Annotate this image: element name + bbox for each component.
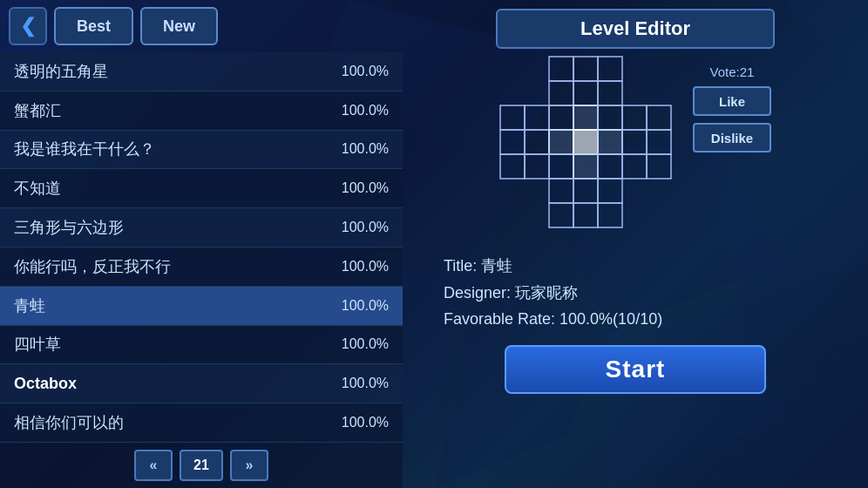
svg-rect-35: [622, 130, 647, 154]
svg-rect-37: [500, 154, 525, 179]
svg-rect-27: [598, 105, 622, 130]
svg-rect-38: [525, 154, 549, 179]
svg-rect-49: [598, 203, 622, 227]
svg-rect-26: [573, 105, 598, 130]
svg-rect-39: [549, 154, 573, 179]
svg-rect-18: [573, 57, 598, 81]
svg-rect-25: [549, 105, 573, 130]
level-name: 蟹都汇: [14, 100, 61, 121]
tab-new[interactable]: New: [140, 7, 218, 45]
svg-rect-31: [525, 130, 549, 154]
svg-rect-44: [549, 179, 573, 203]
list-item[interactable]: 青蛙100.0%: [0, 287, 403, 326]
level-score: 100.0%: [342, 336, 389, 352]
svg-rect-20: [549, 81, 573, 105]
level-score: 100.0%: [342, 259, 389, 274]
level-name: 三角形与六边形: [14, 217, 124, 238]
level-name: 透明的五角星: [14, 61, 108, 82]
next-page-button[interactable]: »: [230, 450, 268, 481]
title-info: Title: 青蛙: [444, 253, 827, 280]
svg-rect-23: [500, 105, 525, 130]
designer-info: Designer: 玩家昵称: [444, 280, 827, 307]
svg-rect-43: [647, 154, 671, 179]
svg-rect-21: [573, 81, 598, 105]
list-item[interactable]: 相信你们可以的100.0%: [0, 403, 403, 443]
grid-preview: .cell { fill: none; stroke: #7090d0; str…: [499, 56, 682, 239]
level-name: 四叶草: [14, 334, 61, 355]
dislike-button[interactable]: Dislike: [693, 123, 771, 152]
list-item[interactable]: 你能行吗，反正我不行100.0%: [0, 247, 403, 287]
svg-rect-30: [500, 130, 525, 154]
level-score: 100.0%: [342, 220, 389, 235]
level-editor-title: Level Editor: [496, 9, 775, 49]
svg-rect-42: [622, 154, 647, 179]
preview-area: .cell { fill: none; stroke: #7090d0; str…: [417, 56, 854, 239]
svg-rect-45: [573, 179, 598, 203]
svg-rect-17: [549, 57, 573, 81]
info-block: Title: 青蛙 Designer: 玩家昵称 Favorable Rate:…: [426, 249, 844, 336]
vote-area: Vote:21 Like Dislike: [693, 56, 771, 152]
svg-rect-36: [647, 130, 671, 154]
level-score: 100.0%: [342, 141, 389, 157]
svg-rect-40: [573, 154, 598, 179]
prev-page-button[interactable]: «: [134, 450, 173, 481]
svg-rect-47: [549, 203, 573, 227]
list-item[interactable]: 四叶草100.0%: [0, 326, 403, 365]
svg-rect-22: [598, 81, 622, 105]
start-button[interactable]: Start: [505, 345, 766, 394]
svg-rect-32: [549, 130, 573, 154]
level-name: 你能行吗，反正我不行: [14, 256, 171, 277]
list-item[interactable]: 蟹都汇100.0%: [0, 92, 403, 131]
pagination: « 21 »: [0, 443, 403, 488]
list-item[interactable]: 三角形与六边形100.0%: [0, 208, 403, 247]
back-button[interactable]: ❮: [9, 7, 47, 45]
level-score: 100.0%: [342, 64, 389, 79]
svg-rect-34: [598, 130, 622, 154]
list-item[interactable]: 透明的五角星100.0%: [0, 52, 403, 92]
favorable-info: Favorable Rate: 100.0%(10/10): [444, 306, 827, 333]
left-panel: ❮ Best New 透明的五角星100.0%蟹都汇100.0%我是谁我在干什么…: [0, 0, 403, 488]
top-bar: ❮ Best New: [0, 0, 403, 52]
page-number: 21: [180, 450, 223, 481]
level-score: 100.0%: [342, 103, 389, 119]
list-item[interactable]: Octabox100.0%: [0, 364, 403, 403]
level-grid-svg: .cell { fill: none; stroke: #7090d0; str…: [499, 56, 682, 239]
level-name: 青蛙: [14, 295, 45, 316]
level-score: 100.0%: [342, 376, 389, 391]
right-panel: Level Editor .cell { fill: none; stroke:…: [403, 0, 868, 488]
level-name: 我是谁我在干什么？: [14, 139, 155, 159]
svg-rect-24: [525, 105, 549, 130]
svg-rect-28: [622, 105, 647, 130]
back-icon: ❮: [20, 15, 36, 37]
level-score: 100.0%: [342, 298, 389, 314]
svg-rect-29: [647, 105, 671, 130]
svg-rect-46: [598, 179, 622, 203]
vote-count: Vote:21: [710, 64, 755, 79]
level-name: 不知道: [14, 178, 61, 199]
like-button[interactable]: Like: [693, 86, 771, 116]
level-name: Octabox: [14, 375, 77, 393]
level-name: 相信你们可以的: [14, 412, 124, 433]
tab-best[interactable]: Best: [54, 7, 133, 45]
list-item[interactable]: 我是谁我在干什么？100.0%: [0, 131, 403, 170]
level-list: 透明的五角星100.0%蟹都汇100.0%我是谁我在干什么？100.0%不知道1…: [0, 52, 403, 443]
svg-rect-19: [598, 57, 622, 81]
svg-rect-48: [573, 203, 598, 227]
svg-rect-33: [573, 130, 598, 154]
list-item[interactable]: 不知道100.0%: [0, 169, 403, 208]
svg-rect-41: [598, 154, 622, 179]
level-score: 100.0%: [342, 180, 389, 196]
level-score: 100.0%: [342, 415, 389, 430]
